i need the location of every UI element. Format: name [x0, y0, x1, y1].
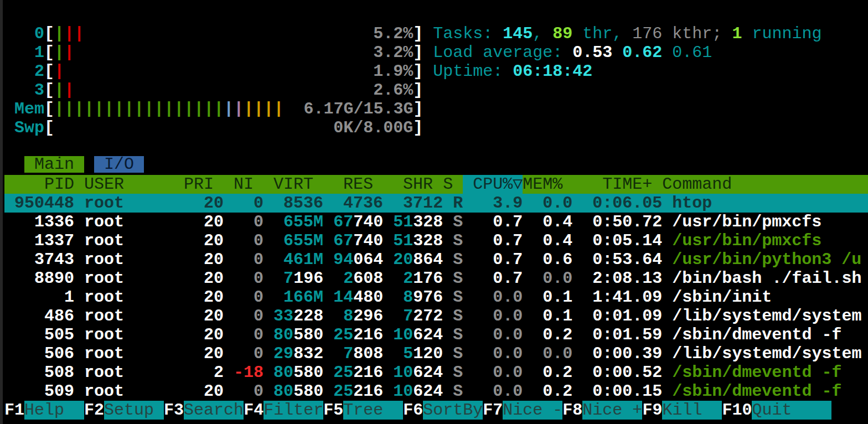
- cpu1-label: 1: [4, 43, 44, 62]
- sort-column-cpu[interactable]: CPU%▽: [463, 175, 523, 194]
- process-row-1[interactable]: 1 root 20 0 166M 14480 8976 S 0.0 0.1 1:…: [4, 288, 868, 307]
- row-text: 655M: [264, 231, 323, 250]
- process-row-8890[interactable]: 8890 root 20 0 7196 2608 2176 S 0.7 0.0 …: [4, 269, 868, 288]
- process-row-505[interactable]: 505 root 20 0 80580 25216 10624 S 0.0 0.…: [4, 325, 868, 344]
- process-row-950448[interactable]: 950448 root 20 0 8536 4736 3712 R 3.9 0.…: [4, 194, 868, 213]
- row-text: 5: [403, 344, 413, 363]
- meter-bar: |: [244, 100, 254, 118]
- meter-bar: |: [94, 100, 104, 118]
- row-text: 0: [234, 344, 264, 363]
- table-header-text: PID USER PRI NI VIRT RES SHR S: [4, 175, 463, 194]
- meter-bar: |: [164, 100, 174, 118]
- fnkey-F2[interactable]: F2Setup: [84, 401, 164, 420]
- row-text: 328: [413, 213, 443, 231]
- swp-value: 0K/8.00G: [333, 118, 413, 137]
- row-text: [323, 288, 333, 307]
- row-text: 2:08.13: [572, 269, 672, 288]
- row-text: 655M: [264, 213, 323, 231]
- row-text: 2: [403, 269, 413, 288]
- row-text: 10: [393, 382, 413, 401]
- meter-bar: |: [134, 100, 144, 118]
- row-text: 67: [333, 231, 353, 250]
- fnkey-F4[interactable]: F4Filter: [244, 401, 323, 420]
- row-text: 0:00.39: [572, 344, 672, 363]
- row-text: [323, 231, 333, 250]
- fnkey-F7[interactable]: F7Nice -: [483, 401, 562, 420]
- fnkey-action: Tree: [343, 401, 403, 420]
- row-text: /bin/bash ./fail.sh: [672, 269, 861, 288]
- row-text: [523, 344, 542, 363]
- meter-close-bracket: ]: [413, 43, 423, 62]
- row-text: 1336 root 20: [4, 213, 234, 231]
- row-text: 480: [353, 288, 383, 307]
- meter-cpu0: 0[||| 5.2%] Tasks: 145, 89 thr, 176 kthr…: [4, 24, 868, 43]
- row-text: [443, 382, 453, 401]
- row-text: -18: [234, 363, 264, 382]
- meter-bar: |: [214, 100, 224, 118]
- fnkey-F5[interactable]: F5Tree: [323, 401, 403, 420]
- row-text: [383, 344, 403, 363]
- fnkey-F1[interactable]: F1Help: [4, 401, 84, 420]
- row-text: [323, 269, 343, 288]
- row-text: [383, 250, 393, 269]
- function-key-bar: F1Help F2Setup F3SearchF4FilterF5Tree F6…: [4, 401, 868, 420]
- fnkey-label: F1: [4, 401, 24, 420]
- process-row-508[interactable]: 508 root 2 -18 80580 25216 10624 S 0.0 0…: [4, 363, 868, 382]
- fnkey-label: F9: [642, 401, 662, 420]
- row-text: [443, 213, 453, 231]
- row-text: 8: [343, 307, 353, 325]
- fnkey-F6[interactable]: F6SortBy: [403, 401, 483, 420]
- summary-text: 145: [503, 24, 533, 43]
- fnkey-F3[interactable]: F3Search: [164, 401, 244, 420]
- process-row-486[interactable]: 486 root 20 0 33228 8296 7272 S 0.0 0.1 …: [4, 307, 868, 325]
- meter-bar: |: [234, 100, 244, 118]
- row-text: 0: [234, 325, 264, 344]
- row-text: 064: [353, 250, 383, 269]
- row-text: 29: [273, 344, 293, 363]
- tab-main[interactable]: Main: [24, 156, 84, 173]
- meter-bar: |: [54, 100, 64, 118]
- row-text: 0: [234, 213, 264, 231]
- row-text: /sbin/dmeventd -f: [672, 382, 841, 401]
- row-text: 506 root 20: [4, 344, 234, 363]
- row-text: [323, 382, 333, 401]
- summary-text: 06:18:42: [513, 62, 592, 81]
- row-text: 0.7 0.6 0:53.64: [463, 250, 672, 269]
- cpu2-value: 1.9%: [373, 62, 413, 81]
- fnkey-label: F5: [323, 401, 343, 420]
- table-header[interactable]: PID USER PRI NI VIRT RES SHR S CPU%▽MEM%…: [4, 175, 868, 194]
- meter-bar: |: [104, 100, 114, 118]
- summary-text: 89: [552, 24, 572, 43]
- process-row-509[interactable]: 509 root 20 0 80580 25216 10624 S 0.0 0.…: [4, 382, 868, 401]
- row-text: S: [453, 288, 463, 307]
- fnkey-F9[interactable]: F9Kill: [642, 401, 722, 420]
- row-text: 0: [234, 288, 264, 307]
- fnkey-action: SortBy: [423, 401, 483, 420]
- row-text: 20: [393, 250, 413, 269]
- fnkey-action: Kill: [662, 401, 722, 420]
- row-text: /sbin/dmeventd -f: [672, 325, 841, 344]
- meter-open-bracket: [: [44, 24, 54, 43]
- meter-bar: |: [264, 100, 273, 118]
- process-row-1337[interactable]: 1337 root 20 0 655M 67740 51328 S 0.7 0.…: [4, 231, 868, 250]
- row-text: 0.0: [493, 382, 523, 401]
- row-text: 505 root 20: [4, 325, 234, 344]
- process-row-1336[interactable]: 1336 root 20 0 655M 67740 51328 S 0.7 0.…: [4, 213, 868, 231]
- fnkey-label: F7: [483, 401, 503, 420]
- process-row-506[interactable]: 506 root 20 0 29832 7808 5120 S 0.0 0.0 …: [4, 344, 868, 363]
- fnkey-F10[interactable]: F10Quit: [722, 401, 831, 420]
- meter-bar: |: [54, 43, 64, 62]
- process-row-3743[interactable]: 3743 root 20 0 461M 94064 20864 S 0.7 0.…: [4, 250, 868, 269]
- row-text: [264, 269, 283, 288]
- row-text: 0.2 0:01.59: [523, 325, 672, 344]
- row-text: 0.0: [493, 363, 523, 382]
- tab-io[interactable]: I/O: [94, 156, 144, 173]
- row-text: 832: [293, 344, 323, 363]
- row-text: 608: [353, 269, 383, 288]
- fnkey-F8[interactable]: F8Nice +: [562, 401, 642, 420]
- row-text: /usr/bin/python3 /u: [672, 250, 861, 269]
- row-text: 272: [413, 307, 443, 325]
- meter-open-bracket: [: [44, 100, 54, 118]
- row-text: 864: [413, 250, 443, 269]
- row-text: [323, 344, 343, 363]
